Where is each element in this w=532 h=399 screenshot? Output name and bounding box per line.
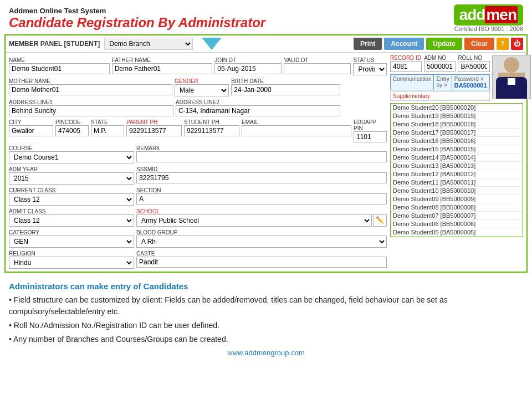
input-caste[interactable] — [136, 257, 387, 268]
input-email[interactable] — [242, 125, 351, 136]
input-sssmid[interactable] — [136, 172, 387, 183]
list-item[interactable]: Demo Student06 [BB5000006] — [391, 220, 523, 228]
label-current-class: CURRENT CLASS — [9, 187, 134, 193]
input-address2[interactable] — [176, 105, 340, 116]
select-category[interactable]: GEN — [9, 236, 134, 248]
col-gender: GENDER Male Female — [175, 76, 229, 96]
input-father-name[interactable] — [112, 63, 213, 74]
right-top-row: RecoRD Id 4081 ADM NO ROLL NO — [390, 55, 523, 101]
list-item[interactable]: Demo Student19 [BB5000019] — [391, 112, 523, 120]
list-item[interactable]: Demo Student16 [BB5000016] — [391, 137, 523, 145]
form-left: NAME FATHER NAME JOIN DT VALID DT STATUS — [9, 55, 387, 269]
list-item[interactable]: Demo Student05 [BA5000005] — [391, 228, 523, 237]
col-caste: CASTE — [136, 248, 387, 268]
header-right: addmen Certified ISO 9001 : 2008 — [454, 4, 523, 32]
row-adm-year: ADM YEAR 2015 SSSMID — [9, 164, 387, 185]
power-button[interactable]: ⏻ — [511, 38, 523, 50]
input-section[interactable] — [136, 193, 387, 204]
panel-header-right: Print Account Update Clear ? ⏻ — [354, 38, 523, 50]
input-pincode[interactable] — [55, 125, 89, 136]
list-item[interactable]: Demo Student18 [BB5000018] — [391, 120, 523, 129]
input-join-dt[interactable] — [214, 63, 282, 74]
select-current-class[interactable]: Class 12 — [9, 193, 134, 206]
select-admit-class[interactable]: Class 12 — [9, 214, 134, 227]
supplementary-row: Supplementary — [390, 91, 490, 101]
input-birth-date[interactable] — [231, 84, 340, 95]
list-item[interactable]: Demo Student12 [BA5000012] — [391, 170, 523, 178]
print-button[interactable]: Print — [354, 38, 382, 50]
page-title: Candidate Registration By Administrator — [9, 15, 265, 30]
label-section: SECTION — [136, 187, 387, 193]
label-email: EMAIL — [242, 119, 351, 125]
bottom-bullet3: • Any number of Branches and Courses/Gro… — [9, 334, 523, 345]
label-address2: ADDRESS LINE2 — [176, 99, 340, 105]
select-adm-year[interactable]: 2015 — [9, 172, 134, 185]
input-state[interactable] — [91, 125, 124, 136]
list-item[interactable]: Demo Student07 [BB5000007] — [391, 212, 523, 220]
label-pincode: PINCODE — [55, 119, 89, 125]
bullet1-text: Field structure can be customized by cli… — [9, 295, 448, 316]
input-name[interactable] — [9, 63, 110, 74]
input-mother-name[interactable] — [9, 84, 172, 95]
input-student-ph[interactable] — [184, 125, 239, 136]
label-state: STATE — [91, 119, 124, 125]
comm-value-password: BA5000001 — [454, 82, 487, 89]
update-button[interactable]: Update — [426, 38, 462, 50]
branch-select[interactable]: Demo Branch — [104, 38, 193, 50]
list-item[interactable]: Demo Student10 [BB5000010] — [391, 187, 523, 195]
label-remark: REMARK — [136, 145, 387, 151]
help-button[interactable]: ? — [497, 38, 509, 50]
input-eduapp[interactable] — [354, 131, 387, 142]
list-item[interactable]: Demo Student17 [BB5000017] — [391, 129, 523, 137]
list-item[interactable]: Demo Student11 [BA5000011] — [391, 178, 523, 187]
select-religion[interactable]: Hindu — [9, 257, 134, 269]
select-gender[interactable]: Male Female — [175, 84, 229, 96]
label-birth-date: BIRTH DATE — [231, 78, 340, 84]
input-adm-no[interactable] — [424, 61, 456, 72]
clear-button[interactable]: Clear — [464, 38, 494, 50]
list-item[interactable]: Demo Student20 [BB5000020] — [391, 104, 523, 112]
list-item[interactable]: Demo Student08 [BB5000008] — [391, 203, 523, 212]
school-edit-icon[interactable]: ✏️ — [373, 214, 387, 227]
select-course[interactable]: Demo Course1 — [9, 151, 134, 163]
person-body — [496, 77, 527, 99]
col-mother-name: MOTHER NAME — [9, 76, 172, 95]
col-address1: ADDRESS LINE1 — [9, 97, 173, 116]
select-blood-group[interactable]: A Rh- — [136, 236, 387, 248]
col-status: STATUS Provisior — [353, 55, 387, 75]
comm-row: Communication Entry by > Password > BA50… — [390, 74, 490, 90]
page-header: Addmen Online Test System Candidate Regi… — [0, 0, 532, 34]
app-title: Addmen Online Test System — [9, 7, 265, 15]
row-name: NAME FATHER NAME JOIN DT VALID DT STATUS — [9, 55, 387, 75]
student-list[interactable]: Demo Student20 [BB5000020]Demo Student19… — [390, 103, 523, 237]
input-roll-no[interactable] — [458, 61, 489, 72]
select-status[interactable]: Provisior — [353, 63, 387, 75]
col-course: COURSE Demo Course1 — [9, 143, 134, 163]
input-remark[interactable] — [136, 151, 387, 162]
label-record-id: RecoRD Id — [390, 55, 422, 61]
row-current-class: CURRENT CLASS Class 12 SECTION — [9, 185, 387, 206]
person-head — [504, 57, 519, 73]
comm-label-entry-by: Entry by > — [436, 76, 449, 88]
select-school[interactable]: Army Public School — [136, 214, 372, 227]
input-valid-dt[interactable] — [284, 63, 351, 74]
input-address1[interactable] — [9, 105, 173, 116]
comm-cell-entry-by: Entry by > — [434, 75, 452, 90]
comm-cell-password: Password > BA5000001 — [452, 75, 489, 90]
input-parent-ph[interactable] — [126, 125, 182, 136]
form-right: RecoRD Id 4081 ADM NO ROLL NO — [390, 55, 523, 269]
account-button[interactable]: Account — [384, 38, 424, 50]
label-join-dt: JOIN DT — [214, 57, 282, 63]
list-item[interactable]: Demo Student15 [BA5000015] — [391, 145, 523, 154]
input-city[interactable] — [9, 125, 53, 136]
col-parent-ph: PARENT PH — [126, 117, 182, 136]
label-mother-name: MOTHER NAME — [9, 78, 172, 84]
list-item[interactable]: Demo Student14 [BA5000014] — [391, 154, 523, 162]
label-caste: CASTE — [136, 250, 387, 257]
col-state: STATE — [91, 117, 124, 136]
bullet3-icon: • — [9, 335, 13, 344]
list-item[interactable]: Demo Student13 [BA5000013] — [391, 162, 523, 170]
comm-label-password: Password > — [454, 76, 487, 82]
list-item[interactable]: Demo Student09 [BB5000009] — [391, 195, 523, 203]
label-roll-no: ROLL NO — [458, 55, 489, 61]
